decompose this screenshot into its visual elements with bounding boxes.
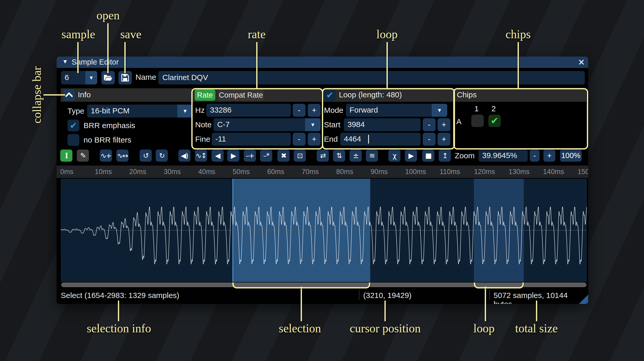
status-divider [359, 290, 359, 300]
status-bar: Select (1654-2983: 1329 samples) (3210, … [57, 288, 588, 304]
hz-input[interactable]: 33286 [206, 104, 291, 117]
filter-button[interactable]: ≋ [366, 150, 378, 162]
total-size-text: 5072 samples, 10144 bytes [494, 291, 588, 304]
hz-minus-button[interactable]: - [293, 104, 306, 117]
sample-number-value: 6 [65, 73, 69, 82]
loop-end-label: End [324, 135, 338, 144]
ruler-tick: 130ms [509, 168, 529, 176]
redo-button[interactable]: ↻ [156, 150, 168, 162]
info-header: Info [61, 88, 193, 102]
loop-panel: ✔ Loop (length: 480) Mode Forward ▼ Star… [322, 88, 453, 147]
waveform-view[interactable] [61, 179, 587, 282]
crossfade-button[interactable]: χ [388, 150, 400, 162]
chips-col-1: 1 [474, 104, 479, 113]
zoom-input[interactable]: 39.9645% [479, 150, 528, 162]
chip-a-1-checkbox[interactable] [471, 115, 484, 127]
ruler-tick: 150ms [578, 168, 588, 176]
pointer-line-save [124, 42, 126, 73]
draw-mode-button[interactable]: ✎ [77, 150, 89, 162]
tab-rate[interactable]: Rate [195, 89, 215, 101]
pointer-line-total-size [536, 301, 537, 321]
ruler-tick: 20ms [129, 168, 146, 176]
check-icon: ✔ [70, 120, 77, 131]
loop-start-value: 3984 [347, 120, 365, 129]
zoom-value: 39.9645% [482, 151, 517, 160]
selection-info-text: Select (1654-2983: 1329 samples) [61, 291, 179, 300]
zoom-in-button[interactable]: + [543, 150, 555, 162]
loop-end-plus-button[interactable]: + [437, 133, 450, 146]
select-mode-button[interactable]: I [60, 150, 72, 162]
info-panel: Info Type 16-bit PCM ▼ ✔ BRR emphasis no… [61, 88, 193, 147]
loop-mode-select[interactable]: Forward ▼ [346, 104, 447, 117]
note-select[interactable]: C-7 ▼ [214, 118, 321, 131]
zoom-reset-button[interactable]: 100% [560, 150, 582, 162]
annotation-open: open [34, 9, 182, 22]
resize-button[interactable]: ∿+ [100, 150, 112, 162]
hz-plus-button[interactable]: + [308, 104, 321, 117]
invert-button[interactable]: ⇅ [333, 150, 345, 162]
brr-emphasis-checkbox[interactable]: ✔ [67, 120, 79, 131]
resize-grip[interactable] [579, 295, 588, 304]
pointer-line-loop [387, 42, 388, 89]
delete-button[interactable]: ✖ [277, 150, 290, 162]
undo-button[interactable]: ↺ [140, 150, 152, 162]
loop-start-input[interactable]: 3984 [344, 118, 421, 131]
chevron-down-icon[interactable]: ▼ [177, 105, 193, 117]
name-value: Clarinet DQV [162, 73, 208, 82]
resample-button[interactable]: ∿↔ [116, 150, 128, 162]
insert-silence-button[interactable]: –+ [244, 150, 256, 162]
loop-enable-checkbox[interactable]: ✔ [324, 89, 336, 101]
annotation-collapse-bar: collapse bar [30, 54, 44, 136]
folder-open-icon [104, 74, 112, 81]
loop-bracket [474, 282, 524, 288]
name-input[interactable]: Clarinet DQV [158, 71, 585, 84]
no-brr-filters-checkbox[interactable] [67, 134, 79, 146]
play-button[interactable]: ▶ [405, 150, 417, 162]
loop-title: Loop (length: 480) [339, 90, 402, 99]
annotation-total-size: total size [490, 321, 583, 335]
window-collapse-icon[interactable]: ▼ [62, 58, 68, 65]
loop-start-minus-button[interactable]: - [423, 118, 436, 131]
ruler-tick: 140ms [543, 168, 564, 176]
fine-plus-button[interactable]: + [308, 133, 321, 146]
annotation-rate: rate [213, 27, 301, 41]
hz-label: Hz [195, 106, 205, 115]
loop-start-plus-button[interactable]: + [437, 118, 450, 131]
title-bar[interactable]: ▼ Sample Editor × [57, 57, 588, 68]
chevron-down-icon[interactable]: ▼ [432, 104, 447, 117]
stop-button[interactable]: ■ [422, 150, 434, 162]
chip-a-2-checkbox[interactable]: ✔ [488, 115, 501, 127]
chevron-down-icon[interactable]: ▼ [85, 71, 97, 84]
cursor-position-text: (3210, 19429) [363, 291, 412, 300]
type-label: Type [67, 107, 84, 115]
fine-minus-button[interactable]: - [293, 133, 306, 146]
type-value: 16-bit PCM [91, 106, 130, 115]
type-select[interactable]: 16-bit PCM ▼ [87, 105, 193, 117]
chevron-up-icon [65, 92, 73, 100]
signed-unsigned-button[interactable]: ± [350, 150, 362, 162]
normalize-button[interactable]: ∿↕ [195, 150, 207, 162]
reverse-button[interactable]: ⇄ [317, 150, 329, 162]
apply-silence-button[interactable]: –* [260, 150, 272, 162]
tab-compat-rate[interactable]: Compat Rate [218, 89, 264, 101]
ruler-tick: 70ms [302, 168, 319, 176]
fine-input[interactable]: -11 [212, 133, 291, 146]
loop-end-minus-button[interactable]: - [423, 133, 436, 146]
pointer-line-loop-bottom [485, 287, 486, 321]
export-button[interactable]: ↥ [439, 150, 451, 162]
fade-out-button[interactable]: ▶ [227, 150, 239, 162]
amplify-button[interactable]: ◀) [178, 150, 191, 162]
sample-number-select[interactable]: 6 ▼ [61, 71, 97, 84]
info-title: Info [78, 90, 91, 99]
close-icon[interactable]: × [578, 56, 585, 68]
chips-header: Chips [454, 88, 586, 102]
loop-end-input[interactable]: 4464 [340, 133, 421, 146]
trim-button[interactable]: ⊡ [294, 150, 306, 162]
note-label: Note [195, 120, 211, 129]
zoom-out-button[interactable]: - [530, 150, 540, 162]
timeline-ruler[interactable]: 0ms10ms20ms30ms40ms50ms60ms70ms80ms90ms1… [57, 166, 588, 178]
desktop-background: ▼ Sample Editor × 6 ▼ Name Clarinet DQV [0, 0, 644, 361]
chevron-down-icon[interactable]: ▼ [305, 118, 321, 131]
text-caret [368, 135, 369, 144]
fade-in-button[interactable]: ◀ [211, 150, 224, 162]
